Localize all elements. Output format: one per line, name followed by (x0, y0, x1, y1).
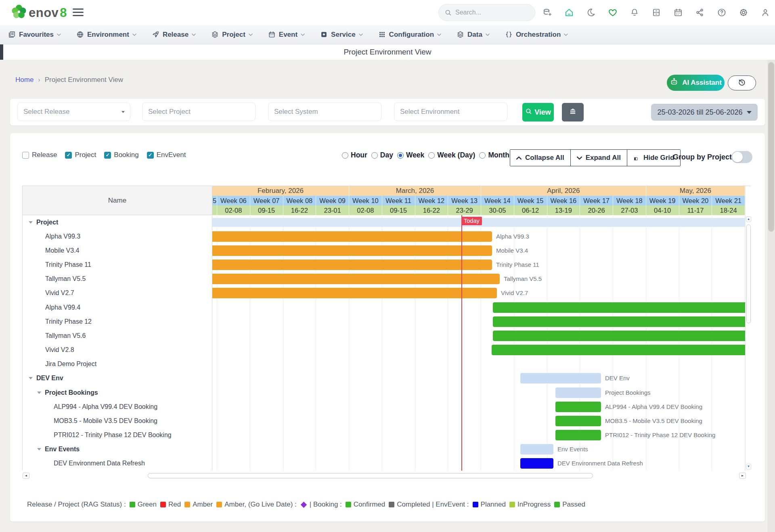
breadcrumb-home-link[interactable]: Home (15, 76, 34, 84)
ai-assistant-button[interactable]: AI Assistant (667, 75, 725, 91)
horizontal-scroll-thumb[interactable] (148, 473, 593, 478)
gantt-bar-dev-env[interactable] (520, 373, 601, 383)
scroll-right-icon[interactable]: ► (739, 473, 746, 479)
nav-item-favourites[interactable]: Favourites (8, 31, 61, 39)
zoom-radio-week[interactable]: Week (397, 151, 424, 159)
hide-grid-button[interactable]: Hide Grid (627, 150, 681, 166)
tree-collapse-icon[interactable] (29, 377, 33, 379)
tree-row-jira-demo-project[interactable]: Jira Demo Project (23, 357, 212, 371)
tree-row-label: PTRI012 - Trinity Phase 12 DEV Booking (54, 431, 172, 439)
tree-row-trinity-phase-12[interactable]: Trinity Phase 12 (23, 314, 212, 329)
robot-icon (670, 77, 679, 88)
legend-item: Red (160, 501, 181, 509)
zoom-radio-day[interactable]: Day (371, 151, 393, 159)
select-project-input[interactable]: Select Project (142, 103, 256, 121)
page-scrollbar[interactable] (767, 60, 775, 532)
tree-row-project[interactable]: Project (23, 215, 212, 229)
gantt-bar-mob3-5-mobile-v3-5-dev-booking[interactable] (555, 416, 601, 426)
gantt-bar-env-events[interactable] (520, 444, 553, 455)
tree-row-dev-environment-data-refresh[interactable]: DEV Environment Data Refresh (23, 457, 212, 471)
gantt-bar-trinity-phase-11[interactable] (212, 260, 492, 270)
chevron-down-icon (249, 34, 253, 36)
tree-row-vivid-v2-8[interactable]: Vivid V2.8 (23, 343, 212, 357)
date-header-cell: 16-22 (283, 205, 316, 215)
moon-icon[interactable] (586, 8, 596, 17)
gantt-vertical-scrollbar[interactable]: ▲ ▼ (745, 186, 751, 471)
nav-item-project[interactable]: Project (211, 31, 253, 39)
select-environment-input[interactable]: Select Environment (394, 103, 507, 121)
history-button[interactable] (728, 75, 756, 90)
tree-row-label: Trinity Phase 12 (45, 318, 92, 325)
vertical-scroll-thumb[interactable] (746, 224, 751, 323)
tree-row-trinity-phase-11[interactable]: Trinity Phase 11 (23, 258, 212, 272)
tree-row-alpha-v99-4[interactable]: Alpha V99.4 (23, 300, 212, 314)
date-header-cell: 02-08 (349, 205, 382, 215)
tree-collapse-icon[interactable] (29, 221, 33, 224)
gantt-bar-alp994-alpha-v99-4-dev-booking[interactable] (555, 402, 601, 412)
heart-icon[interactable] (608, 8, 618, 17)
tree-row-mob3-5-mobile-v3-5-dev-booking[interactable]: MOB3.5 - Mobile V3.5 DEV Booking (23, 414, 212, 428)
tree-collapse-icon[interactable] (37, 392, 41, 394)
cabinet-icon[interactable] (651, 8, 661, 17)
home-icon[interactable] (564, 8, 574, 17)
gantt-bar-project-bookings[interactable] (555, 387, 601, 398)
nav-item-event[interactable]: Event (268, 31, 305, 39)
page-scroll-thumb[interactable] (768, 62, 774, 232)
gantt-bar-trinity-phase-12[interactable] (493, 316, 745, 327)
group-by-project-toggle[interactable] (731, 151, 752, 163)
gantt-bar-alpha-v99-4[interactable] (493, 302, 745, 313)
gantt-bar-vivid-v2-8[interactable] (492, 345, 745, 355)
tree-row-env-events[interactable]: Env Events (23, 442, 212, 457)
scroll-left-icon[interactable]: ◄ (23, 473, 29, 479)
scroll-up-icon[interactable]: ▲ (746, 216, 751, 222)
zoom-radio-month[interactable]: Month (479, 151, 509, 159)
layer-checkbox-envevent[interactable]: ✓EnvEvent (147, 151, 186, 159)
date-range-picker[interactable]: 25-03-2026 till 25-06-2026 (651, 104, 758, 121)
select-system-input[interactable]: Select System (268, 103, 381, 121)
calendar-icon[interactable] (673, 8, 683, 17)
gantt-bar-tallyman-v5-6[interactable] (493, 331, 745, 341)
nav-item-data[interactable]: Data (457, 31, 490, 39)
help-icon[interactable] (717, 8, 727, 17)
tree-row-ptri012-trinity-phase-12-dev-booking[interactable]: PTRI012 - Trinity Phase 12 DEV Booking (23, 428, 212, 442)
zoom-radio-hour[interactable]: Hour (342, 151, 367, 159)
gantt-bar-dev-environment-data-refresh[interactable] (520, 458, 553, 469)
settings-icon[interactable] (739, 8, 748, 17)
nav-item-orchestration[interactable]: Orchestration (505, 31, 568, 39)
layer-checkbox-release[interactable]: Release (22, 151, 57, 159)
gantt-bar-tallyman-v5-5[interactable] (212, 274, 500, 284)
gantt-bar-mobile-v3-4[interactable] (212, 245, 492, 256)
gantt-bar-ptri012-trinity-phase-12-dev-booking[interactable] (555, 430, 601, 440)
tree-row-dev-env[interactable]: DEV Env (23, 371, 212, 385)
scroll-down-icon[interactable]: ▼ (746, 464, 751, 469)
layer-checkbox-project[interactable]: ✓Project (65, 151, 96, 159)
layer-checkbox-booking[interactable]: ✓Booking (104, 151, 138, 159)
collapse-all-button[interactable]: Collapse All (510, 150, 571, 166)
tree-collapse-icon[interactable] (37, 448, 41, 450)
tree-row-mobile-v3-4[interactable]: Mobile V3.4 (23, 243, 212, 258)
view-button[interactable]: View (522, 103, 554, 121)
nav-item-configuration[interactable]: Configuration (378, 31, 441, 39)
expand-all-button[interactable]: Expand All (571, 150, 627, 166)
gantt-bar-vivid-v2-7[interactable] (212, 288, 497, 298)
zoom-radio-week-day[interactable]: Week (Day) (428, 151, 475, 159)
tree-row-tallyman-v5-6[interactable]: Tallyman V5.6 (23, 329, 212, 343)
tree-row-vivid-v2-7[interactable]: Vivid V2.7 (23, 286, 212, 300)
enov8-logo[interactable]: enov 8 (10, 4, 67, 22)
tree-row-alp994-alpha-v99-4-dev-booking[interactable]: ALP994 - Alpha V99.4 DEV Booking (23, 400, 212, 414)
gantt-bar-alpha-v99-3[interactable] (212, 231, 492, 242)
nav-item-service[interactable]: Service (320, 31, 363, 39)
database-add-icon[interactable] (542, 8, 552, 17)
nav-item-release[interactable]: Release (152, 31, 196, 39)
nav-item-environment[interactable]: Environment (76, 31, 136, 39)
hamburger-menu-icon[interactable] (73, 8, 84, 16)
search-input[interactable]: Search... (438, 4, 535, 21)
share-icon[interactable] (695, 8, 705, 17)
tree-row-alpha-v99-3[interactable]: Alpha V99.3 (23, 229, 212, 243)
bell-icon[interactable] (630, 8, 639, 17)
select-release-input[interactable]: Select Release (17, 103, 130, 121)
tree-row-tallyman-v5-5[interactable]: Tallyman V5.5 (23, 272, 212, 286)
tree-row-project-bookings[interactable]: Project Bookings (23, 385, 212, 400)
bank-button[interactable] (562, 103, 584, 121)
user-icon[interactable] (760, 8, 770, 17)
